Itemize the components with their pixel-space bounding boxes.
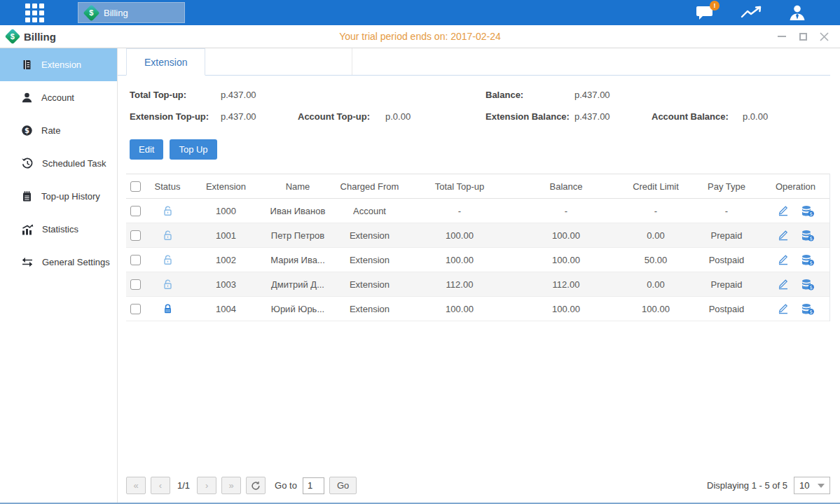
cell-pay-type: - [692, 206, 761, 216]
billing-window: $ Billing ! [0, 0, 840, 504]
balance-label: Balance: [486, 90, 574, 100]
taskbar-app-billing[interactable]: $ Billing [78, 2, 185, 23]
titlebar: $ Billing Your trial period ends on: 201… [0, 25, 840, 48]
extension-table: Status Extension Name Charged From Total… [126, 174, 830, 321]
cell-pay-type: Prepaid [692, 230, 761, 241]
table-row: 1001Петр ПетровExtension100.00100.000.00… [126, 223, 829, 248]
row-topup-button[interactable]: $ [801, 303, 815, 315]
row-checkbox[interactable] [130, 255, 141, 265]
cell-balance: 100.00 [513, 255, 619, 265]
page-size-select[interactable]: 10 [794, 477, 830, 494]
rate-icon: $ [21, 125, 33, 136]
row-edit-button[interactable] [777, 230, 790, 241]
edit-icon [777, 205, 790, 216]
cell-total-topup: 100.00 [406, 230, 513, 241]
displaying-text: Displaying 1 - 5 of 5 [707, 480, 787, 491]
page-indicator: 1/1 [177, 480, 190, 491]
extension-topup-value: p.437.00 [221, 111, 298, 122]
table-row: 1000Иван ИвановAccount----$ [126, 199, 829, 223]
svg-text:$: $ [809, 260, 812, 265]
sidebar-item-scheduled-task[interactable]: Scheduled Task [0, 147, 117, 180]
account-topup-value: p.0.00 [385, 111, 486, 122]
last-page-button[interactable]: » [221, 477, 241, 494]
lock-open-icon [162, 279, 174, 290]
topup-icon: $ [801, 303, 815, 315]
row-topup-button[interactable]: $ [801, 254, 815, 266]
table-body: 1000Иван ИвановAccount----$1001Петр Петр… [126, 199, 829, 321]
sidebar-item-general-settings[interactable]: General Settings [0, 246, 117, 279]
col-pay-type: Pay Type [692, 181, 761, 192]
edit-icon [777, 254, 790, 265]
notification-badge: ! [710, 1, 719, 10]
row-checkbox[interactable] [130, 206, 141, 216]
resource-monitor-icon[interactable] [741, 5, 762, 20]
account-icon [21, 92, 33, 104]
extension-balance-value: p.437.00 [574, 111, 652, 122]
go-button[interactable]: Go [329, 477, 357, 494]
cell-total-topup: 112.00 [406, 279, 513, 290]
sidebar-item-statistics[interactable]: Statistics [0, 213, 117, 246]
row-topup-button[interactable]: $ [801, 279, 815, 290]
app-grid-icon[interactable] [25, 4, 44, 22]
sidebar: Extension Account $ Rate Scheduled Task … [0, 48, 118, 503]
row-topup-button[interactable]: $ [801, 205, 815, 217]
lock-open-icon [162, 205, 174, 217]
row-checkbox[interactable] [130, 279, 141, 290]
window-title-text: Billing [24, 31, 56, 43]
toolbar: Edit Top Up [130, 139, 830, 160]
sidebar-item-label: Scheduled Task [42, 158, 106, 169]
sidebar-item-account[interactable]: Account [0, 81, 117, 114]
row-checkbox[interactable] [130, 230, 141, 241]
first-page-button[interactable]: « [126, 477, 146, 494]
lock-open-icon [162, 254, 174, 266]
sidebar-item-topup-history[interactable]: Top-up History [0, 180, 117, 213]
balance-value: p.437.00 [574, 90, 652, 100]
cell-extension: 1003 [189, 279, 263, 290]
general-settings-icon [21, 257, 34, 267]
edit-icon [777, 230, 790, 241]
minimize-button[interactable] [777, 31, 787, 41]
tab-strip: Extension [118, 48, 830, 76]
cell-balance: - [513, 206, 619, 216]
topup-icon: $ [801, 230, 815, 241]
next-page-button[interactable]: › [197, 477, 216, 494]
row-edit-button[interactable] [777, 279, 790, 290]
row-edit-button[interactable] [777, 254, 790, 265]
sidebar-item-extension[interactable]: Extension [0, 48, 117, 81]
sidebar-item-label: Statistics [42, 224, 78, 234]
cell-name: Иван Иванов [263, 206, 333, 216]
notifications-icon[interactable]: ! [696, 5, 714, 20]
sidebar-item-label: Account [41, 92, 74, 103]
table-row: 1004Юрий Юрь...Extension100.00100.00100.… [126, 297, 829, 321]
user-account-icon[interactable] [788, 4, 806, 21]
maximize-button[interactable] [798, 31, 808, 41]
topup-icon: $ [801, 254, 815, 266]
extension-topup-label: Extension Top-up: [130, 111, 221, 122]
edit-button[interactable]: Edit [130, 139, 163, 160]
scheduled-task-icon [21, 158, 34, 169]
tab-extension[interactable]: Extension [126, 48, 205, 76]
col-credit-limit: Credit Limit [619, 181, 692, 192]
statistics-icon [21, 223, 34, 235]
main-content: Extension Total Top-up: p.437.00 Balance… [118, 48, 840, 503]
cell-name: Петр Петров [263, 230, 333, 241]
close-button[interactable] [819, 31, 829, 41]
stats-summary: Total Top-up: p.437.00 Balance: p.437.00… [130, 84, 830, 127]
row-edit-button[interactable] [777, 205, 790, 216]
row-checkbox[interactable] [130, 304, 141, 314]
lock-closed-icon [162, 303, 174, 315]
prev-page-button[interactable]: ‹ [151, 477, 170, 494]
cell-charged-from: Extension [333, 304, 406, 314]
extension-balance-label: Extension Balance: [486, 111, 574, 122]
select-all-checkbox[interactable] [130, 181, 141, 192]
cell-charged-from: Extension [333, 230, 406, 241]
refresh-button[interactable] [246, 477, 266, 494]
topup-button[interactable]: Top Up [170, 139, 216, 160]
sidebar-item-rate[interactable]: $ Rate [0, 114, 117, 147]
cell-charged-from: Extension [333, 279, 406, 290]
row-edit-button[interactable] [777, 303, 790, 314]
account-balance-value: p.0.00 [743, 111, 830, 122]
goto-page-input[interactable] [303, 477, 324, 494]
col-balance: Balance [513, 181, 619, 192]
row-topup-button[interactable]: $ [801, 230, 815, 241]
